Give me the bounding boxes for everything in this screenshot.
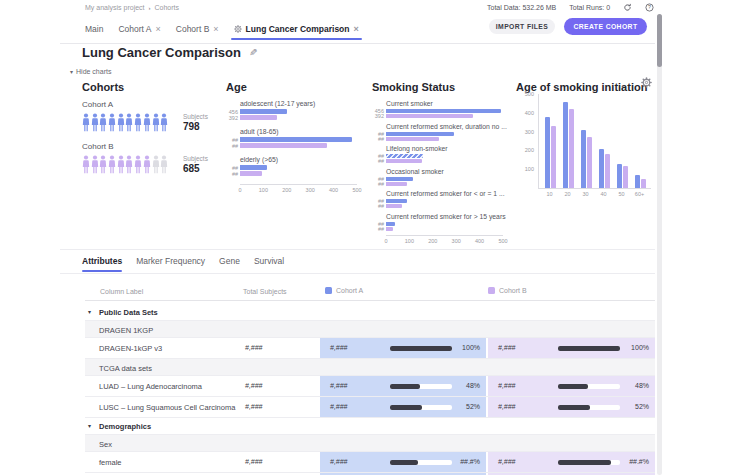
tab-survival[interactable]: Survival [254,256,284,272]
bar-cohort-a [386,109,501,113]
hide-charts-label: Hide charts [76,68,111,75]
detail-tab-divider [60,273,655,274]
total-subjects-value: #,### [245,344,263,351]
hide-charts-toggle[interactable]: ▾ Hide charts [70,68,111,75]
subjects-label: Subjects [183,155,208,162]
bar-group-label: elderly (>65) [240,156,364,163]
person-icon [125,112,133,133]
person-icon [99,154,107,175]
tab-gene[interactable]: Gene [219,256,240,272]
bar-value-label: ## [372,182,384,186]
breadcrumb: My analysis project › Cohorts [85,4,179,11]
collapse-triangle-icon[interactable]: ▾ [88,422,91,429]
x-tick-label: 40 [600,191,606,197]
cohort-b-legend-label: Cohort B [499,287,527,294]
subgroup-label: TCGA data sets [99,364,152,373]
bar-cohort-a [386,177,413,181]
total-subjects-value: #,### [245,458,263,465]
bar-value-label: 392 [226,116,238,120]
help-icon[interactable]: ? [645,3,654,12]
total-subjects-value: #,### [245,403,263,410]
bar-value-label: ## [372,227,384,231]
chart-settings-gear-icon[interactable] [641,74,652,92]
tab-label: Cohort A [118,24,151,34]
tab-marker-frequency[interactable]: Marker Frequency [136,256,205,272]
cohort-b-cell: #,###52% [488,397,655,417]
import-files-button[interactable]: IMPORT FILES [489,19,555,34]
cohort-a-cell: #,###100% [320,338,486,358]
detail-tab-bar: AttributesMarker FrequencyGeneSurvival [82,256,284,272]
percent-label: 100% [440,344,480,351]
bar-cohort-a [240,137,352,142]
bar-value-label: ## [226,172,238,176]
bar-value-label: 456 [226,110,238,114]
bar-cohort-b [240,171,262,176]
x-tick-label: 500 [498,238,507,244]
tab-attributes[interactable]: Attributes [82,256,122,272]
close-icon[interactable]: × [156,25,161,34]
cohort-b-legend: Cohort B [488,287,527,294]
tab-label: Main [85,24,103,34]
table-row-data: LUSC – Lung Squamous Cell Carcinoma#,###… [85,397,655,418]
y-tick-label: 200 [516,147,534,153]
percent-label: 100% [609,344,649,351]
percent-bar-fill [558,384,588,389]
close-icon[interactable]: × [213,25,218,34]
create-cohort-button[interactable]: CREATE COHORT [564,18,647,35]
table-row-group[interactable]: ▾Public Data Sets [85,304,655,321]
page-title: Lung Cancer Comparison ✎ [82,45,257,60]
edit-pencil-icon[interactable]: ✎ [249,47,257,58]
bar-group-label: Current reformed smoker for > 15 years [386,213,514,220]
total-data-label: Total Data: 532.26 MB [487,4,556,11]
x-tick-label: 50 [618,191,624,197]
percent-bar-fill [558,405,590,410]
person-icon [152,154,160,175]
tab-bar-divider [60,43,655,44]
bar-row: ## [372,199,514,203]
bar-row: ## [372,182,514,186]
bar-cohort-a [581,130,586,188]
person-icon [108,154,116,175]
bar-cohort-a [545,117,550,188]
collapse-triangle-icon[interactable]: ▾ [88,308,91,315]
tab-cohort-b[interactable]: Cohort B× [176,24,219,40]
breadcrumb-project[interactable]: My analysis project [85,4,145,11]
age-chart: Age adolescent (12-17 years)456392adult … [226,81,364,195]
x-axis: 0100200300400500 [240,184,357,195]
bar-cohort-b [551,126,556,188]
table-row-subgroup: TCGA data sets [85,359,655,376]
bar-row: ## [372,177,514,181]
table-row-group[interactable]: ▾Demographics [85,418,655,435]
y-tick-label: 500 [516,91,534,97]
scrollbar-thumb[interactable] [657,14,662,67]
tab-lung-cancer-comparison[interactable]: Lung Cancer Comparison× [234,24,359,40]
tab-cohort-a[interactable]: Cohort A× [118,24,160,40]
close-icon[interactable]: × [354,25,359,34]
bar-cohort-a [617,164,622,188]
breadcrumb-section[interactable]: Cohorts [155,4,180,11]
person-icon [134,112,142,133]
bar-row: 392 [372,114,514,118]
tab-main[interactable]: Main [85,24,103,40]
percent-bar-fill [558,460,611,465]
cohort-a-legend-label: Cohort A [336,287,363,294]
person-icon [99,112,107,133]
scrollbar-track[interactable] [657,14,662,475]
person-icon [125,154,133,175]
subjects-value: 685 [183,163,208,174]
bar-group-label: adolescent (12-17 years) [240,100,364,107]
total-subjects-value: #,### [245,382,263,389]
refresh-icon[interactable] [623,3,632,12]
table-row-data: DRAGEN-1kGP v3#,####,###100%#,###100% [85,338,655,359]
group-label: Demographics [99,422,151,431]
cell-value: #,### [330,403,348,410]
x-tick-label: 100 [259,187,268,193]
person-icon [117,112,125,133]
breadcrumb-chevron-icon: › [149,5,151,11]
x-tick-label: 300 [452,238,461,244]
bar-group: adult (18-65)#### [226,128,364,148]
x-axis: 0100200300400500 [386,235,503,246]
bar-cohort-b [386,137,439,141]
row-label: DRAGEN-1kGP v3 [99,344,162,353]
person-icon [91,112,99,133]
